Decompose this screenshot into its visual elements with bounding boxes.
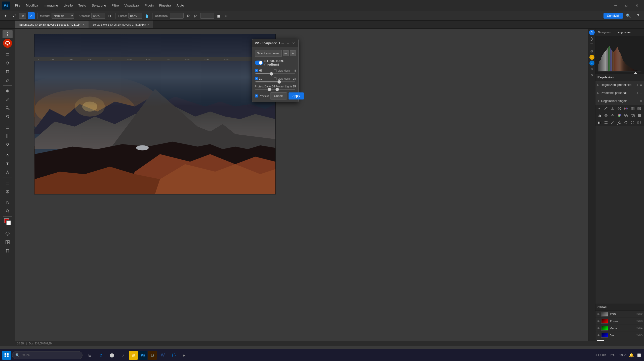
tab-senza-titolo-close[interactable]: ✕: [147, 23, 149, 26]
adj-icon-curves[interactable]: [603, 106, 609, 111]
tab-istogramma[interactable]: Istogramma: [614, 29, 634, 36]
channel-row-rosso[interactable]: 👁 Rosso Ctrl+3: [595, 318, 644, 325]
channel-row-verde[interactable]: 👁 Verde Ctrl+4: [595, 325, 644, 332]
menu-item-visualizza[interactable]: Visualizza: [122, 3, 141, 8]
channel-eye-verde[interactable]: 👁: [597, 327, 600, 330]
taskbar-icon-ps[interactable]: Ps: [138, 351, 147, 360]
taskbar-icon-apps[interactable]: ⊞: [85, 350, 95, 360]
options-pred-personali-icon[interactable]: +: [640, 91, 642, 95]
protect-lights-thumb[interactable]: [275, 88, 279, 91]
adj-icon-hsl[interactable]: [623, 106, 629, 111]
reg-singole-row[interactable]: ▼ Regolazioni singole ≡: [595, 97, 644, 105]
gradient-icon[interactable]: ▣: [216, 13, 222, 19]
menu-item-selezione[interactable]: Selezione: [89, 3, 108, 8]
tool-eraser[interactable]: [3, 123, 13, 131]
tool-path-select[interactable]: [3, 168, 13, 176]
adj-icon-solid[interactable]: [636, 113, 642, 118]
add-reg-predefinite-icon[interactable]: +: [636, 83, 638, 87]
preset-minus-button[interactable]: ─: [283, 50, 289, 56]
protect-slider-track[interactable]: [255, 89, 295, 90]
tool-heal[interactable]: [3, 87, 13, 95]
channel-row-blu[interactable]: 👁 Blu Ctrl+5: [595, 332, 644, 339]
ps-icon-circle-yellow[interactable]: ○: [589, 55, 594, 60]
search-input-taskbar[interactable]: [22, 353, 79, 357]
adj-icon-vibrance[interactable]: [617, 106, 622, 111]
opacity-input[interactable]: [91, 13, 105, 19]
ps-icon-circle-blue[interactable]: ○: [589, 61, 594, 66]
taskbar-icon-browser-chrome[interactable]: ⬤: [107, 350, 117, 360]
structure-toggle[interactable]: [255, 61, 263, 65]
tool-pen[interactable]: [3, 151, 13, 159]
tool-gradient[interactable]: [3, 132, 13, 140]
ps-icon-layers[interactable]: ☰: [589, 42, 595, 48]
adj-icon-threshold[interactable]: [610, 113, 615, 118]
crosshair-icon[interactable]: ⊕: [223, 13, 229, 19]
adj-icon-colorlookup[interactable]: [630, 106, 635, 111]
adj-icon-colorbalance[interactable]: [603, 113, 609, 118]
adj-icon-curves2[interactable]: [610, 120, 615, 125]
toolbar-brush-size-icon[interactable]: ⊕: [19, 13, 26, 19]
angle-input[interactable]: [200, 13, 214, 19]
lo-viewmask-checkbox[interactable]: [274, 77, 277, 80]
tool-artboard[interactable]: [3, 247, 13, 255]
tool-rectangle[interactable]: [3, 179, 13, 187]
adj-icon-sharpen[interactable]: [617, 120, 622, 125]
options-reg-predefinite-icon[interactable]: ≡: [640, 83, 642, 87]
tool-type[interactable]: T: [3, 160, 13, 168]
hi-checkbox[interactable]: [255, 69, 258, 72]
adj-icon-exposure[interactable]: [610, 106, 615, 111]
adj-icon-distort[interactable]: [636, 120, 642, 125]
adj-icon-blur[interactable]: [623, 120, 629, 125]
tool-target[interactable]: [3, 39, 12, 48]
taskbar-icon-browser-edge[interactable]: e: [96, 350, 106, 360]
start-button[interactable]: [2, 351, 11, 360]
ps-icon-arrow[interactable]: ❯: [589, 36, 595, 41]
ps-icon-gear3[interactable]: ⚙: [589, 73, 595, 78]
toolbar-brush-icon[interactable]: 🖌: [11, 12, 18, 19]
menu-item-livello[interactable]: Livello: [61, 3, 75, 8]
close-window-button[interactable]: ✕: [632, 2, 642, 10]
share-button[interactable]: Condividi: [603, 13, 623, 19]
hi-slider-thumb[interactable]: [270, 72, 273, 76]
hi-viewmask-checkbox[interactable]: [274, 69, 277, 72]
adj-icon-photo[interactable]: [630, 113, 635, 118]
taskbar-icon-music[interactable]: ♪: [118, 350, 128, 360]
adj-icon-pattern[interactable]: [603, 120, 609, 125]
tab-senza-titolo[interactable]: Senza titolo-1 @ 95,1% (Livello 2, RGB/1…: [89, 21, 153, 28]
tool-clone-stamp[interactable]: [3, 104, 13, 112]
tool-lasso[interactable]: [3, 59, 13, 67]
tab-taillante[interactable]: Taillante.psd @ 20,8% (Livello 1 copia 3…: [15, 21, 89, 28]
lo-checkbox[interactable]: [255, 77, 258, 80]
dialog-close-button[interactable]: ✕: [291, 41, 296, 45]
tool-layout[interactable]: [3, 238, 13, 246]
menu-item-testo[interactable]: Testo: [76, 3, 89, 8]
tool-quick-mask[interactable]: [3, 230, 13, 238]
maximize-button[interactable]: □: [621, 2, 631, 10]
menu-item-immagine[interactable]: Immagine: [41, 3, 60, 8]
lo-slider-track[interactable]: [255, 81, 295, 82]
lo-slider-thumb[interactable]: [277, 80, 281, 84]
adj-icon-gradient2[interactable]: [596, 120, 602, 125]
taskbar-search[interactable]: 🔍: [12, 351, 83, 359]
menu-item-file[interactable]: File: [13, 3, 23, 8]
channel-eye-blu[interactable]: 👁: [597, 334, 600, 337]
taskbar-icon-code[interactable]: { }: [169, 350, 179, 360]
menu-item-finestra[interactable]: Finestra: [157, 3, 174, 8]
adj-icon-overlay[interactable]: [623, 113, 629, 118]
tab-navigatore[interactable]: Navigatore: [595, 29, 614, 36]
adj-icon-levels[interactable]: [596, 113, 602, 118]
adj-icon-brightness[interactable]: ☀: [596, 106, 602, 111]
preset-plus-button[interactable]: +: [290, 50, 296, 56]
adj-icon-invert[interactable]: [636, 106, 642, 111]
add-pred-personali-icon[interactable]: +: [636, 91, 638, 95]
tool-zoom[interactable]: [3, 207, 13, 215]
taskbar-notif-icon[interactable]: 🔔: [629, 353, 634, 357]
channel-eye-rgb[interactable]: 👁: [597, 313, 600, 316]
options-reg-singole-icon[interactable]: ≡: [640, 99, 642, 103]
menu-item-aiuto[interactable]: Aiuto: [174, 3, 187, 8]
dialog-minimize-button[interactable]: ─: [281, 41, 285, 45]
cancel-button[interactable]: Cancel: [270, 92, 287, 99]
ps-icon-settings1[interactable]: ⚙: [589, 48, 595, 54]
ps-icon-gear2[interactable]: ⚙: [589, 66, 595, 72]
menu-item-filtro[interactable]: Filtro: [109, 3, 122, 8]
